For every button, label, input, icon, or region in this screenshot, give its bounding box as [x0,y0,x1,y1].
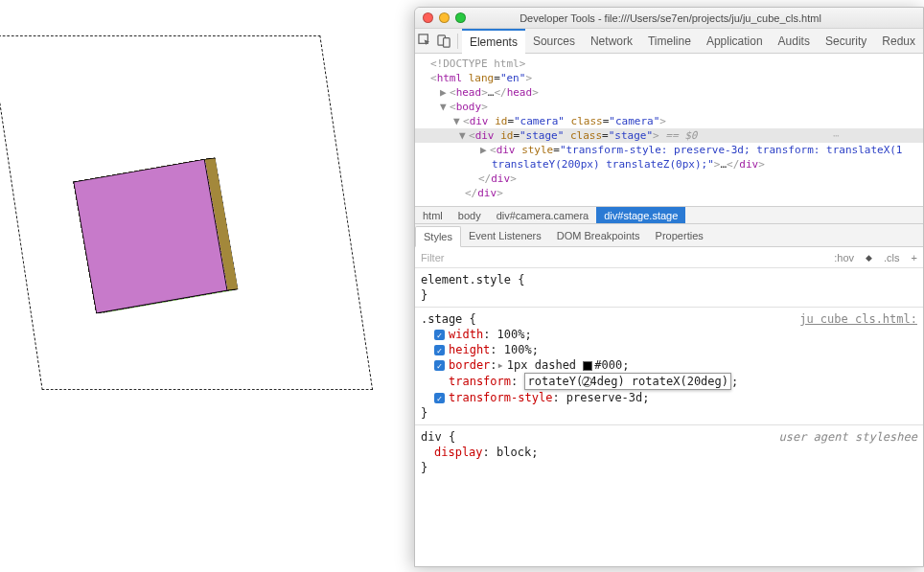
tab-redux[interactable]: Redux [874,29,923,54]
crumb-body[interactable]: body [450,207,489,223]
toolbar-separator [457,34,458,49]
tab-application[interactable]: Application [699,29,771,54]
cls-toggle[interactable]: .cls [884,252,900,263]
breadcrumb: html body div#camera.camera div#stage.st… [415,206,923,224]
css-cube [79,158,233,313]
transform-value-editor[interactable]: rotateY(24deg) rotateX(20deg) [524,373,731,390]
crumb-html[interactable]: html [415,207,450,223]
dom-html-tag[interactable]: <html lang="en"> [423,71,915,85]
decl-border[interactable]: border:▸1px dashed #000; [421,357,917,373]
dom-body-tag[interactable]: ▼<body> [423,100,915,114]
filter-input[interactable]: Filter [421,252,444,263]
decl-transform-style[interactable]: transform-style: preserve-3d; [421,390,917,405]
decl-display[interactable]: display: block; [421,445,917,460]
decl-height[interactable]: height: 100%; [421,342,917,357]
dom-stage-close[interactable]: </div> [423,172,915,186]
dom-inner-div[interactable]: ▶<div style="transform-style: preserve-3… [423,143,915,157]
dom-inner-div-cont[interactable]: translateY(200px) translateZ(0px);">…</d… [423,157,915,172]
cube-face-bottom [96,289,238,313]
rule-stage[interactable]: .stage {ju cube cls.html: width: 100%; h… [421,311,917,421]
subtab-event-listeners[interactable]: Event Listeners [461,224,549,246]
hovered-indicator-icon[interactable]: ◆ [866,253,872,263]
decl-transform[interactable]: transform: rotateY(24deg) rotateX(20deg)… [421,373,917,390]
checkbox-icon[interactable] [434,330,445,340]
crumb-camera[interactable]: div#camera.camera [489,207,597,223]
user-agent-label: user agent styleshee [779,429,918,445]
toggle-device-icon[interactable] [434,34,453,48]
styles-filterbar: Filter :hov ◆ .cls + [415,247,923,268]
close-window-button[interactable] [423,12,433,23]
dom-tree[interactable]: <!DOCTYPE html> <html lang="en"> ▶<head>… [415,54,923,206]
rule-user-agent-div[interactable]: div {user agent styleshee display: block… [421,429,917,475]
dom-camera-close[interactable]: </div> [423,186,915,200]
page-viewport [0,0,414,572]
dom-camera-div[interactable]: ▼<div id="camera" class="camera"> [423,114,915,128]
subtab-properties[interactable]: Properties [648,224,711,246]
rule-element-style[interactable]: element.style { } [421,272,917,303]
tab-elements[interactable]: Elements [462,29,525,54]
subtab-styles[interactable]: Styles [415,226,461,247]
dom-stage-div-selected[interactable]: ⋯▼<div id="stage" class="stage"> == $0 [415,128,923,143]
tab-sources[interactable]: Sources [525,29,583,54]
stage-box [0,35,373,390]
decl-width[interactable]: width: 100%; [421,327,917,342]
tab-timeline[interactable]: Timeline [640,29,699,54]
zoom-window-button[interactable] [455,12,466,23]
devtools-toolbar: Elements Sources Network Timeline Applic… [415,29,923,54]
hov-toggle[interactable]: :hov [834,252,854,263]
window-titlebar[interactable]: Developer Tools - file:///Users/se7en/pr… [415,8,923,29]
checkbox-icon[interactable] [434,360,445,371]
inspect-element-icon[interactable] [415,34,434,48]
minimize-window-button[interactable] [439,12,450,23]
checkbox-icon[interactable] [434,345,445,355]
dom-head-tag[interactable]: ▶<head>…</head> [423,85,915,100]
traffic-lights [423,12,466,23]
tab-security[interactable]: Security [818,29,874,54]
subtab-dom-breakpoints[interactable]: DOM Breakpoints [549,224,648,246]
tab-audits[interactable]: Audits [771,29,818,54]
crumb-stage[interactable]: div#stage.stage [596,207,685,223]
tab-network[interactable]: Network [583,29,640,54]
svg-rect-2 [443,38,450,47]
styles-subtabs: Styles Event Listeners DOM Breakpoints P… [415,224,923,247]
cube-face-front [73,159,227,314]
source-link[interactable]: ju cube cls.html: [799,311,917,327]
checkbox-icon[interactable] [434,393,445,403]
dom-doctype[interactable]: <!DOCTYPE html> [423,57,915,71]
rule-divider [415,424,923,425]
styles-pane: element.style { } .stage {ju cube cls.ht… [415,268,923,566]
window-title: Developer Tools - file:///Users/se7en/pr… [475,12,923,24]
rule-divider [415,307,923,308]
color-swatch-icon[interactable] [583,361,592,371]
cube-face-left [73,180,106,313]
new-rule-button[interactable]: + [912,252,917,263]
cube-wrap [110,149,251,276]
devtools-window: Developer Tools - file:///Users/se7en/pr… [414,7,924,567]
